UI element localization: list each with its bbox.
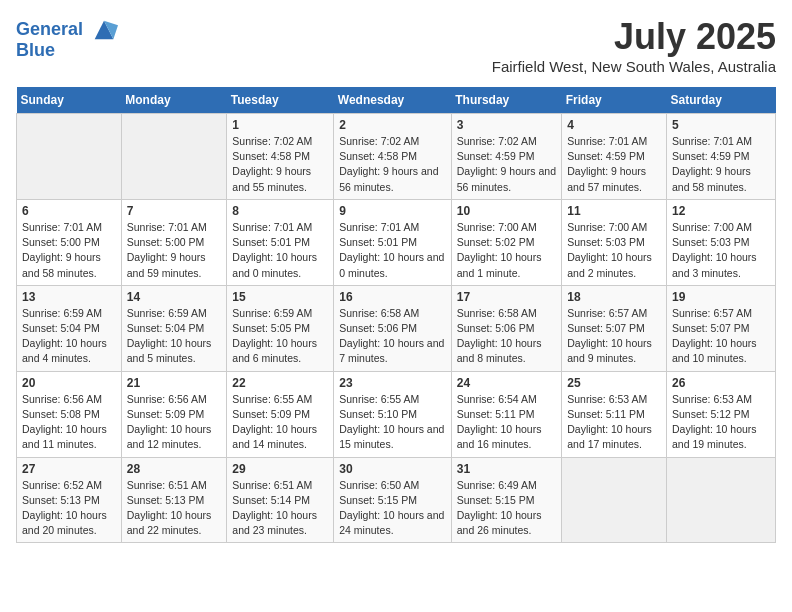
- title-block: July 2025 Fairfield West, New South Wale…: [492, 16, 776, 75]
- day-info: Sunrise: 6:58 AM Sunset: 5:06 PM Dayligh…: [457, 306, 556, 367]
- calendar-day-header: Monday: [121, 87, 227, 114]
- calendar-week-row: 1Sunrise: 7:02 AM Sunset: 4:58 PM Daylig…: [17, 114, 776, 200]
- calendar-cell: 15Sunrise: 6:59 AM Sunset: 5:05 PM Dayli…: [227, 285, 334, 371]
- calendar-day-header: Friday: [562, 87, 667, 114]
- day-info: Sunrise: 6:49 AM Sunset: 5:15 PM Dayligh…: [457, 478, 556, 539]
- day-number: 27: [22, 462, 116, 476]
- day-number: 12: [672, 204, 770, 218]
- calendar-cell: 4Sunrise: 7:01 AM Sunset: 4:59 PM Daylig…: [562, 114, 667, 200]
- calendar-cell: 3Sunrise: 7:02 AM Sunset: 4:59 PM Daylig…: [451, 114, 561, 200]
- calendar-cell: 5Sunrise: 7:01 AM Sunset: 4:59 PM Daylig…: [666, 114, 775, 200]
- calendar-week-row: 27Sunrise: 6:52 AM Sunset: 5:13 PM Dayli…: [17, 457, 776, 543]
- calendar-cell: 9Sunrise: 7:01 AM Sunset: 5:01 PM Daylig…: [334, 199, 452, 285]
- calendar-cell: [666, 457, 775, 543]
- calendar-day-header: Saturday: [666, 87, 775, 114]
- calendar-cell: 26Sunrise: 6:53 AM Sunset: 5:12 PM Dayli…: [666, 371, 775, 457]
- day-info: Sunrise: 7:02 AM Sunset: 4:59 PM Dayligh…: [457, 134, 556, 195]
- day-number: 20: [22, 376, 116, 390]
- day-info: Sunrise: 6:57 AM Sunset: 5:07 PM Dayligh…: [672, 306, 770, 367]
- calendar-table: SundayMondayTuesdayWednesdayThursdayFrid…: [16, 87, 776, 543]
- calendar-body: 1Sunrise: 7:02 AM Sunset: 4:58 PM Daylig…: [17, 114, 776, 543]
- day-info: Sunrise: 7:01 AM Sunset: 5:00 PM Dayligh…: [22, 220, 116, 281]
- day-info: Sunrise: 6:55 AM Sunset: 5:09 PM Dayligh…: [232, 392, 328, 453]
- calendar-cell: 19Sunrise: 6:57 AM Sunset: 5:07 PM Dayli…: [666, 285, 775, 371]
- day-info: Sunrise: 6:55 AM Sunset: 5:10 PM Dayligh…: [339, 392, 446, 453]
- calendar-cell: [562, 457, 667, 543]
- calendar-cell: 18Sunrise: 6:57 AM Sunset: 5:07 PM Dayli…: [562, 285, 667, 371]
- day-number: 30: [339, 462, 446, 476]
- day-info: Sunrise: 6:51 AM Sunset: 5:14 PM Dayligh…: [232, 478, 328, 539]
- day-info: Sunrise: 7:01 AM Sunset: 5:00 PM Dayligh…: [127, 220, 222, 281]
- calendar-cell: 6Sunrise: 7:01 AM Sunset: 5:00 PM Daylig…: [17, 199, 122, 285]
- day-info: Sunrise: 7:00 AM Sunset: 5:03 PM Dayligh…: [567, 220, 661, 281]
- day-number: 10: [457, 204, 556, 218]
- calendar-cell: 14Sunrise: 6:59 AM Sunset: 5:04 PM Dayli…: [121, 285, 227, 371]
- day-info: Sunrise: 7:01 AM Sunset: 4:59 PM Dayligh…: [567, 134, 661, 195]
- day-info: Sunrise: 6:53 AM Sunset: 5:12 PM Dayligh…: [672, 392, 770, 453]
- day-number: 28: [127, 462, 222, 476]
- day-number: 14: [127, 290, 222, 304]
- calendar-header-row: SundayMondayTuesdayWednesdayThursdayFrid…: [17, 87, 776, 114]
- day-info: Sunrise: 6:56 AM Sunset: 5:08 PM Dayligh…: [22, 392, 116, 453]
- day-info: Sunrise: 6:52 AM Sunset: 5:13 PM Dayligh…: [22, 478, 116, 539]
- day-info: Sunrise: 6:59 AM Sunset: 5:04 PM Dayligh…: [22, 306, 116, 367]
- calendar-cell: 29Sunrise: 6:51 AM Sunset: 5:14 PM Dayli…: [227, 457, 334, 543]
- calendar-cell: 22Sunrise: 6:55 AM Sunset: 5:09 PM Dayli…: [227, 371, 334, 457]
- page-header: General Blue July 2025 Fairfield West, N…: [16, 16, 776, 75]
- day-number: 15: [232, 290, 328, 304]
- calendar-day-header: Sunday: [17, 87, 122, 114]
- calendar-cell: 13Sunrise: 6:59 AM Sunset: 5:04 PM Dayli…: [17, 285, 122, 371]
- calendar-cell: 23Sunrise: 6:55 AM Sunset: 5:10 PM Dayli…: [334, 371, 452, 457]
- sub-title: Fairfield West, New South Wales, Austral…: [492, 58, 776, 75]
- calendar-week-row: 6Sunrise: 7:01 AM Sunset: 5:00 PM Daylig…: [17, 199, 776, 285]
- day-info: Sunrise: 6:59 AM Sunset: 5:04 PM Dayligh…: [127, 306, 222, 367]
- day-number: 25: [567, 376, 661, 390]
- calendar-cell: 12Sunrise: 7:00 AM Sunset: 5:03 PM Dayli…: [666, 199, 775, 285]
- calendar-cell: 31Sunrise: 6:49 AM Sunset: 5:15 PM Dayli…: [451, 457, 561, 543]
- day-number: 6: [22, 204, 116, 218]
- calendar-day-header: Wednesday: [334, 87, 452, 114]
- calendar-week-row: 13Sunrise: 6:59 AM Sunset: 5:04 PM Dayli…: [17, 285, 776, 371]
- day-info: Sunrise: 7:01 AM Sunset: 5:01 PM Dayligh…: [339, 220, 446, 281]
- calendar-cell: 25Sunrise: 6:53 AM Sunset: 5:11 PM Dayli…: [562, 371, 667, 457]
- calendar-cell: 24Sunrise: 6:54 AM Sunset: 5:11 PM Dayli…: [451, 371, 561, 457]
- calendar-cell: 7Sunrise: 7:01 AM Sunset: 5:00 PM Daylig…: [121, 199, 227, 285]
- day-info: Sunrise: 6:50 AM Sunset: 5:15 PM Dayligh…: [339, 478, 446, 539]
- day-info: Sunrise: 7:02 AM Sunset: 4:58 PM Dayligh…: [232, 134, 328, 195]
- day-number: 29: [232, 462, 328, 476]
- main-title: July 2025: [492, 16, 776, 58]
- calendar-cell: 17Sunrise: 6:58 AM Sunset: 5:06 PM Dayli…: [451, 285, 561, 371]
- day-info: Sunrise: 6:53 AM Sunset: 5:11 PM Dayligh…: [567, 392, 661, 453]
- calendar-cell: [121, 114, 227, 200]
- day-number: 13: [22, 290, 116, 304]
- day-number: 7: [127, 204, 222, 218]
- day-number: 5: [672, 118, 770, 132]
- day-number: 21: [127, 376, 222, 390]
- day-number: 4: [567, 118, 661, 132]
- day-number: 11: [567, 204, 661, 218]
- day-info: Sunrise: 6:54 AM Sunset: 5:11 PM Dayligh…: [457, 392, 556, 453]
- calendar-cell: 28Sunrise: 6:51 AM Sunset: 5:13 PM Dayli…: [121, 457, 227, 543]
- day-number: 19: [672, 290, 770, 304]
- day-info: Sunrise: 6:57 AM Sunset: 5:07 PM Dayligh…: [567, 306, 661, 367]
- day-info: Sunrise: 7:00 AM Sunset: 5:02 PM Dayligh…: [457, 220, 556, 281]
- day-info: Sunrise: 6:51 AM Sunset: 5:13 PM Dayligh…: [127, 478, 222, 539]
- day-number: 8: [232, 204, 328, 218]
- calendar-day-header: Thursday: [451, 87, 561, 114]
- day-number: 31: [457, 462, 556, 476]
- calendar-cell: 10Sunrise: 7:00 AM Sunset: 5:02 PM Dayli…: [451, 199, 561, 285]
- day-number: 1: [232, 118, 328, 132]
- day-info: Sunrise: 7:01 AM Sunset: 4:59 PM Dayligh…: [672, 134, 770, 195]
- calendar-cell: 20Sunrise: 6:56 AM Sunset: 5:08 PM Dayli…: [17, 371, 122, 457]
- calendar-cell: 21Sunrise: 6:56 AM Sunset: 5:09 PM Dayli…: [121, 371, 227, 457]
- day-number: 23: [339, 376, 446, 390]
- day-number: 24: [457, 376, 556, 390]
- day-number: 9: [339, 204, 446, 218]
- day-info: Sunrise: 6:56 AM Sunset: 5:09 PM Dayligh…: [127, 392, 222, 453]
- day-info: Sunrise: 6:59 AM Sunset: 5:05 PM Dayligh…: [232, 306, 328, 367]
- calendar-cell: 11Sunrise: 7:00 AM Sunset: 5:03 PM Dayli…: [562, 199, 667, 285]
- calendar-day-header: Tuesday: [227, 87, 334, 114]
- calendar-cell: [17, 114, 122, 200]
- day-number: 3: [457, 118, 556, 132]
- calendar-cell: 8Sunrise: 7:01 AM Sunset: 5:01 PM Daylig…: [227, 199, 334, 285]
